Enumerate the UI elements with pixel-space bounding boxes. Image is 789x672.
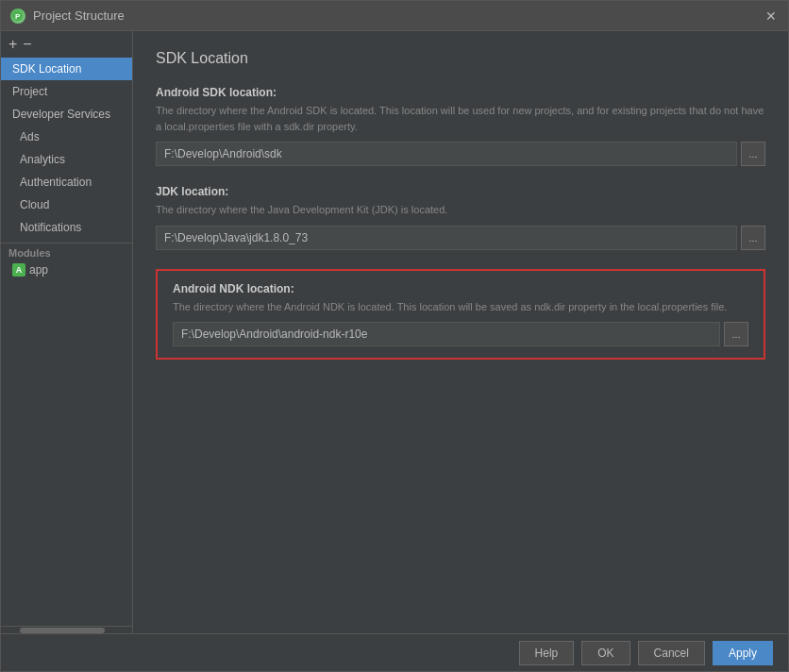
android-sdk-description: The directory where the Android SDK is l…	[156, 103, 765, 134]
sidebar-item-label: Authentication	[20, 176, 92, 189]
cancel-button[interactable]: Cancel	[638, 641, 705, 665]
content-area: + − SDK Location Project Developer Servi…	[1, 31, 788, 633]
module-item-app[interactable]: A app	[1, 260, 132, 279]
jdk-path-row: ...	[156, 226, 765, 250]
sidebar-item-label: Project	[12, 85, 47, 98]
android-ndk-label: Android NDK location:	[173, 282, 748, 295]
sidebar-item-label: Ads	[20, 130, 40, 143]
main-content: SDK Location Android SDK location: The d…	[133, 31, 788, 633]
app-icon: P	[10, 8, 25, 24]
android-ndk-description: The directory where the Android NDK is l…	[173, 299, 748, 315]
bottom-bar: Help OK Cancel Apply	[1, 633, 788, 671]
sidebar-item-label: SDK Location	[12, 62, 81, 76]
android-sdk-path-input[interactable]	[156, 142, 737, 166]
sidebar-item-label: Developer Services	[12, 108, 110, 121]
project-structure-window: P Project Structure ✕ + − SDK Location P…	[0, 0, 789, 672]
android-sdk-label: Android SDK location:	[156, 86, 765, 99]
jdk-section: JDK location: The directory where the Ja…	[156, 185, 765, 250]
module-icon: A	[12, 263, 25, 277]
sidebar-item-label: Analytics	[20, 153, 65, 166]
jdk-path-input[interactable]	[156, 226, 737, 250]
ok-button[interactable]: OK	[581, 641, 630, 665]
sidebar-item-label: Cloud	[20, 198, 49, 211]
sidebar-scrollbar[interactable]	[1, 626, 132, 633]
page-title: SDK Location	[156, 50, 765, 67]
sidebar-item-analytics[interactable]: Analytics	[1, 148, 132, 171]
sidebar: + − SDK Location Project Developer Servi…	[1, 31, 133, 633]
add-button[interactable]: +	[8, 37, 17, 52]
title-bar: P Project Structure ✕	[1, 1, 788, 31]
sidebar-item-notifications[interactable]: Notifications	[1, 216, 132, 239]
sidebar-item-label: Notifications	[20, 221, 81, 234]
android-sdk-browse-button[interactable]: ...	[741, 142, 765, 166]
sidebar-toolbar: + −	[1, 31, 132, 58]
scrollbar-thumb	[20, 628, 105, 633]
sidebar-item-cloud[interactable]: Cloud	[1, 193, 132, 216]
sidebar-item-developer-services[interactable]: Developer Services	[1, 103, 132, 126]
android-ndk-path-input[interactable]	[173, 322, 720, 346]
sidebar-item-ads[interactable]: Ads	[1, 126, 132, 148]
android-sdk-section: Android SDK location: The directory wher…	[156, 86, 765, 166]
remove-button[interactable]: −	[23, 37, 31, 52]
sidebar-item-authentication[interactable]: Authentication	[1, 171, 132, 193]
sidebar-item-project[interactable]: Project	[1, 80, 132, 103]
android-ndk-path-row: ...	[173, 322, 748, 346]
android-ndk-browse-button[interactable]: ...	[724, 322, 748, 346]
svg-text:P: P	[15, 12, 21, 21]
android-sdk-path-row: ...	[156, 142, 765, 166]
help-button[interactable]: Help	[519, 641, 575, 665]
jdk-description: The directory where the Java Development…	[156, 202, 765, 218]
apply-button[interactable]: Apply	[713, 641, 773, 665]
android-ndk-section: Android NDK location: The directory wher…	[156, 269, 765, 361]
close-button[interactable]: ✕	[764, 8, 779, 24]
sidebar-item-sdk-location[interactable]: SDK Location	[1, 58, 132, 80]
module-label: app	[29, 263, 48, 277]
jdk-label: JDK location:	[156, 185, 765, 198]
window-title: Project Structure	[33, 8, 764, 23]
jdk-browse-button[interactable]: ...	[741, 226, 765, 250]
modules-header: Modules	[1, 243, 132, 260]
